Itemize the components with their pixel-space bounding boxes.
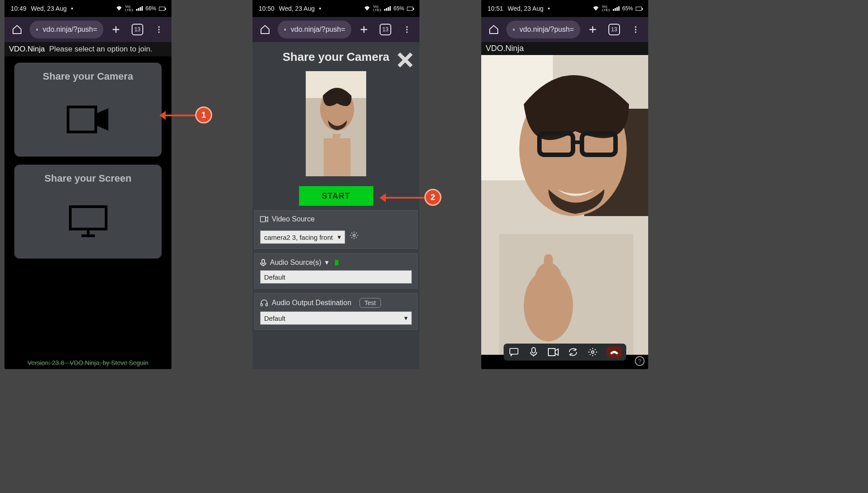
app-header: VDO.Ninja Please select an option to joi… — [4, 42, 171, 56]
svg-rect-29 — [544, 254, 553, 279]
menu-dots-icon[interactable] — [627, 21, 645, 38]
option-area: Share your Camera Share your Screen — [4, 56, 171, 273]
tab-count: 13 — [380, 24, 391, 35]
audio-source-select[interactable]: Default — [260, 270, 412, 284]
hangup-button[interactable] — [607, 346, 622, 358]
audio-output-label: Audio Output Destination — [272, 299, 351, 307]
svg-rect-15 — [261, 304, 263, 306]
browser-toolbar: vdo.ninja/?push= 13 — [252, 17, 419, 42]
share-camera-card[interactable]: Share your Camera — [14, 63, 162, 157]
gear-icon[interactable] — [350, 231, 359, 240]
test-button[interactable]: Test — [359, 298, 381, 308]
version-text: Version: 23.8 - VDO.Ninja, by Steve Segu… — [4, 359, 171, 366]
chevron-down-icon[interactable]: ▾ — [325, 258, 329, 267]
url-bar[interactable]: vdo.ninja/?push= — [278, 21, 351, 38]
live-stream-area: ? — [481, 55, 648, 369]
stream-control-bar — [504, 344, 626, 361]
menu-dots-icon[interactable] — [150, 21, 168, 38]
svg-rect-11 — [324, 138, 351, 176]
camera-small-icon — [260, 216, 268, 222]
svg-point-1 — [158, 29, 159, 30]
battery-pct: 65% — [622, 5, 633, 12]
annotation-step-1: 1 — [195, 106, 212, 123]
menu-dots-icon[interactable] — [398, 21, 416, 38]
video-source-panel: Video Source camera2 3, facing front ▾ — [254, 210, 418, 249]
url-bar[interactable]: vdo.ninja/?push= — [506, 21, 580, 38]
svg-rect-16 — [266, 304, 268, 306]
chat-icon[interactable] — [508, 346, 520, 358]
wifi-icon — [593, 6, 599, 11]
url-bar[interactable]: vdo.ninja/?push= — [30, 21, 103, 38]
wifi-icon — [364, 6, 370, 11]
svg-rect-3 — [68, 107, 96, 132]
camera-icon[interactable] — [547, 346, 559, 358]
share-screen-title: Share your Screen — [44, 173, 131, 184]
url-text: vdo.ninja/?push= — [520, 26, 574, 34]
battery-icon — [636, 7, 642, 11]
chevron-down-icon: ▾ — [338, 233, 341, 241]
audio-level-icon — [335, 260, 338, 265]
start-button[interactable]: START — [299, 186, 373, 206]
status-time: 10:51 — [487, 5, 503, 12]
lock-icon — [36, 26, 38, 33]
svg-rect-4 — [70, 207, 106, 229]
stream-placeholder-icon — [481, 55, 648, 355]
browser-toolbar: vdo.ninja/?push= 13 — [4, 17, 171, 42]
headphones-icon — [260, 299, 268, 306]
signal-icon — [384, 6, 391, 11]
lock-icon — [513, 26, 515, 33]
tab-count: 13 — [608, 24, 620, 35]
refresh-icon[interactable] — [567, 346, 579, 358]
annotation-arrow-1 — [161, 115, 197, 116]
help-icon[interactable]: ? — [635, 356, 645, 366]
app-name: VDO.Ninja — [9, 45, 45, 53]
share-screen-card[interactable]: Share your Screen — [14, 165, 162, 259]
status-time: 10:49 — [11, 5, 26, 12]
close-icon[interactable] — [395, 50, 415, 70]
svg-point-17 — [635, 26, 636, 28]
svg-rect-32 — [548, 348, 555, 356]
battery-pct: 66% — [145, 5, 156, 12]
status-dot-icon — [319, 8, 321, 9]
audio-source-panel: Audio Source(s) ▾ Default — [254, 253, 418, 289]
mic-icon[interactable] — [528, 346, 539, 358]
audio-source-label: Audio Source(s) — [270, 259, 321, 267]
svg-rect-31 — [532, 348, 535, 353]
phone-screenshot-1: 10:49 Wed, 23 Aug Vo)LTE1 66% vdo.ninja/… — [4, 0, 171, 369]
chevron-down-icon: ▾ — [404, 314, 408, 322]
app-header: VDO.Ninja — [481, 42, 648, 55]
svg-point-13 — [353, 234, 355, 237]
new-tab-icon[interactable] — [107, 21, 125, 38]
video-source-select[interactable]: camera2 3, facing front ▾ — [260, 230, 345, 244]
tab-count-button[interactable]: 13 — [605, 21, 623, 38]
home-icon[interactable] — [485, 21, 503, 38]
camera-setup-panel: Share your Camera START Video Source — [252, 42, 419, 369]
audio-output-select[interactable]: Default ▾ — [260, 311, 412, 325]
home-icon[interactable] — [256, 21, 274, 38]
volte-icon: Vo)LTE1 — [602, 5, 610, 12]
status-time: 10:50 — [259, 5, 274, 12]
status-bar: 10:49 Wed, 23 Aug Vo)LTE1 66% — [4, 0, 171, 17]
panel-title: Share your Camera — [252, 42, 419, 67]
url-text: vdo.ninja/?push= — [43, 26, 97, 34]
battery-icon — [159, 7, 165, 11]
new-tab-icon[interactable] — [355, 21, 373, 38]
audio-output-value: Default — [264, 314, 286, 322]
gear-icon[interactable] — [587, 346, 599, 358]
svg-point-18 — [635, 29, 636, 30]
volte-icon: Vo)LTE1 — [125, 5, 133, 12]
annotation-arrow-2 — [381, 197, 426, 199]
audio-source-value: Default — [264, 273, 286, 281]
tab-count-button[interactable]: 13 — [128, 21, 146, 38]
home-icon[interactable] — [8, 21, 26, 38]
new-tab-icon[interactable] — [584, 21, 602, 38]
signal-icon — [136, 6, 143, 11]
svg-point-7 — [406, 31, 407, 33]
battery-icon — [407, 7, 413, 11]
annotation-step-2: 2 — [424, 189, 441, 206]
phone-screenshot-2: 10:50 Wed, 23 Aug Vo)LTE1 65% vdo.ninja/… — [252, 0, 419, 369]
tab-count-button[interactable]: 13 — [376, 21, 394, 38]
status-dot-icon — [71, 8, 73, 9]
status-date: Wed, 23 Aug — [279, 5, 315, 12]
audio-output-panel: Audio Output Destination Test Default ▾ — [254, 293, 418, 330]
